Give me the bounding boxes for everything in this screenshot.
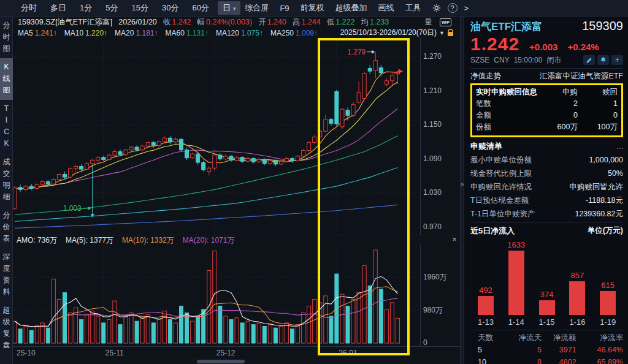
flow-table-header: 净流天: [507, 332, 542, 344]
list-item: T日预估现金差额-1188.18元: [470, 194, 623, 207]
sidebar-item-depth-info[interactable]: 深度资料: [0, 248, 13, 301]
tab-5min[interactable]: 5分: [101, 1, 123, 15]
date-range-selector[interactable]: 2025/10/13-2026/01/20(70日)▼: [340, 28, 454, 38]
tab-multiday[interactable]: 多日: [45, 1, 71, 15]
realtime-subscription-table: 实时申购赎回信息 申购 赎回 笔数21金额00份额600万100万: [476, 86, 618, 133]
ma-legend-item: MA601.131↑: [166, 29, 209, 37]
sidebar-item-tick[interactable]: TICK: [0, 100, 13, 153]
tools-button[interactable]: 工具: [401, 1, 426, 15]
price-axis-tick: 1.030: [423, 188, 442, 197]
tab-15min[interactable]: 15分: [126, 1, 153, 15]
main-row: 分时图K线图TICK成交明细分价表深度资料超级复盘 159309.SZ[油气ET…: [0, 17, 628, 364]
tab-daily[interactable]: 日▾: [218, 1, 241, 15]
price-axis-tick: 1.270: [423, 52, 442, 61]
volume-pane[interactable]: [13, 245, 421, 346]
realtime-subscribe-value: 0: [538, 110, 578, 121]
forward-adjust-button[interactable]: 前复权: [296, 1, 329, 15]
volume-label: 量: [425, 17, 434, 28]
chart-area[interactable]: 159309.SZ[油气ETF汇添富]2026/01/20收1.242幅0.24…: [13, 17, 460, 364]
realtime-redeem-value: 1: [578, 98, 618, 110]
f9-button[interactable]: F9: [275, 2, 293, 14]
flow-bar: [569, 281, 585, 315]
fund-name: 油气ETF汇添富: [470, 20, 542, 34]
svg-text:1.003: 1.003: [63, 204, 82, 213]
flow-bar-value: 492: [470, 286, 501, 295]
price-axis-tick: 1.210: [423, 86, 442, 95]
price-axis-tick: 1.150: [423, 120, 442, 129]
flow-table-header: 净流率: [576, 332, 623, 344]
flow-table-cell: 10: [470, 356, 507, 364]
flow-table-cell: 46.64%: [576, 344, 623, 356]
close-indicator-icon[interactable]: ×: [450, 235, 459, 245]
daily-dropdown-caret-icon[interactable]: ▾: [233, 6, 236, 12]
realtime-subscribe-value: 2: [538, 98, 578, 110]
tab-30min[interactable]: 30分: [157, 1, 183, 15]
chart-scrollbar[interactable]: [13, 359, 460, 364]
more-chevron-icon[interactable]: >: [460, 2, 473, 14]
help-icon[interactable]: ?: [448, 3, 458, 13]
price-change-pct: +0.24%: [567, 42, 599, 52]
sidebar-item-trade-detail[interactable]: 成交明细: [0, 153, 13, 207]
list-item: 申购赎回允许情况申购赎回皆允许: [470, 180, 623, 194]
more-ellipsis-button[interactable]: ...: [616, 142, 623, 151]
price-pane[interactable]: 1.2791.003: [13, 38, 421, 235]
sidebar-item-intraday-chart[interactable]: 分时图: [0, 17, 13, 58]
panel-divider[interactable]: »: [460, 17, 464, 364]
col-subscribe: 申购: [538, 86, 578, 98]
ma-legend-item: MA2501.009↑: [270, 29, 318, 37]
quote-field: 收1.242: [163, 17, 191, 28]
flow-table-cell: 3971: [542, 344, 576, 356]
list-item: 现金替代比例上限50%: [470, 167, 623, 180]
period-tabs: 分时多日1分5分15分30分60分日▾: [16, 1, 240, 15]
add-plus-icon[interactable]: +: [611, 55, 623, 65]
settings-gear-icon[interactable]: [428, 2, 445, 13]
left-sidebar: 分时图K线图TICK成交明细分价表深度资料超级复盘: [0, 17, 13, 364]
list-item: T-1日单位申赎资产1239360.82元: [470, 207, 623, 221]
nav-trend-label[interactable]: 净值走势: [470, 71, 501, 82]
tab-intraday[interactable]: 分时: [16, 1, 42, 15]
flow-table-cell: 8: [507, 356, 542, 364]
wp-doc-icon[interactable]: WP: [440, 18, 451, 26]
quote-time: 15:00:00: [514, 56, 543, 64]
flow-table-cell: 4802: [542, 356, 576, 364]
flow-bar: [478, 296, 494, 315]
flow-bar-value: 615: [592, 281, 623, 290]
amo-legend-item: AMO: 736万: [17, 235, 57, 246]
edit-pencil-icon[interactable]: [583, 55, 595, 65]
quote-field: 低1.222: [327, 17, 355, 28]
symbol-info-bar: 159309.SZ[油气ETF汇添富]2026/01/20收1.242幅0.24…: [13, 17, 460, 28]
sidebar-item-super-replay[interactable]: 超级复盘: [0, 301, 13, 355]
flow-bar-date: 1-19: [592, 317, 623, 327]
range-caret-icon[interactable]: ▼: [439, 30, 445, 36]
flow-bar-value: 374: [532, 290, 562, 299]
composite-screen-button[interactable]: 综合屏: [240, 1, 273, 15]
sidebar-item-price-table[interactable]: 分价表: [0, 207, 13, 248]
flow-bar-value: 857: [562, 271, 592, 280]
alert-bell-icon[interactable]: [597, 55, 609, 65]
scrollbar-thumb[interactable]: [197, 360, 245, 363]
quote-field: 幅0.24%(0.003): [197, 17, 253, 28]
sidebar-item-kline-chart[interactable]: K线图: [0, 58, 13, 100]
draw-line-button[interactable]: 画线: [374, 1, 399, 15]
quote-field: 高1.244: [293, 17, 321, 28]
flow-bar-date: 1-16: [562, 317, 592, 327]
ma-legend-bar: MA51.241↑MA101.220↑MA201.181↑MA601.131↑M…: [13, 28, 460, 38]
collapse-chevron-icon[interactable]: »: [461, 181, 464, 188]
top-toolbar: 分时多日1分5分15分30分60分日▾ 综合屏F9前复权超级叠加画线工具?>: [0, 0, 628, 17]
amo-legend-item: MA(10): 1332万: [122, 235, 174, 246]
volume-axis-tick: 1960万: [423, 272, 447, 282]
tab-60min[interactable]: 60分: [187, 1, 213, 15]
flow-bar-date: 1-13: [470, 317, 501, 327]
subscription-list: 最小申赎单位份额1,000,000现金替代比例上限50%申购赎回允许情况申购赎回…: [470, 153, 623, 221]
time-axis-label: 26-01: [339, 349, 358, 357]
volume-axis-tick: 980万: [423, 305, 443, 316]
super-overlay-button[interactable]: 超级叠加: [331, 1, 372, 15]
list-item: 最小申赎单位份额1,000,000: [470, 153, 623, 167]
lock-icon[interactable]: [447, 29, 454, 37]
tab-1min[interactable]: 1分: [75, 1, 97, 15]
amo-legend-item: MA(5): 1377万: [66, 235, 113, 246]
time-axis-label: 25-11: [105, 349, 124, 357]
realtime-row-label: 笔数: [476, 98, 538, 110]
flow-title: 近5日净流入: [470, 226, 515, 237]
quote-panel: 油气ETF汇添富 159309 1.242 +0.003 +0.24% SZSE…: [464, 17, 628, 364]
